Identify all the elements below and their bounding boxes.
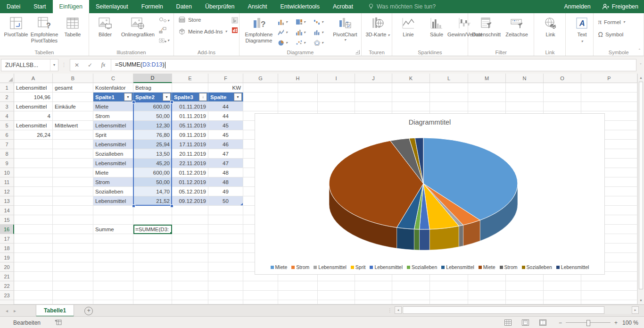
horizontal-scrollbar-thumb[interactable] xyxy=(403,306,604,314)
row-header-24[interactable] xyxy=(0,300,14,304)
onlinegrafiken-button[interactable]: Onlinegrafiken xyxy=(120,15,156,39)
store-button[interactable]: Store xyxy=(176,15,229,25)
cell-N2[interactable] xyxy=(506,93,544,102)
cell-M2[interactable] xyxy=(468,93,506,102)
cell-E1[interactable] xyxy=(172,83,208,93)
cell-C20[interactable] xyxy=(93,262,133,272)
tab-formeln[interactable]: Formeln xyxy=(135,0,170,13)
chart-title[interactable]: Diagrammtitel xyxy=(255,118,604,126)
sort-filter-button-spalte3[interactable]: ↓ xyxy=(199,93,207,101)
vertical-scrollbar-thumb[interactable] xyxy=(639,82,643,289)
cell-O22[interactable] xyxy=(544,281,581,291)
cell-I22[interactable] xyxy=(318,281,355,291)
tab-ansicht[interactable]: Ansicht xyxy=(241,0,274,13)
cell-E6[interactable]: 09.11.2019 xyxy=(172,130,208,140)
cell-A11[interactable] xyxy=(14,177,53,187)
row-header-11[interactable]: 11 xyxy=(0,177,14,187)
cell-C5[interactable]: Lebensmittel xyxy=(93,121,133,130)
column-header-K[interactable]: K xyxy=(392,74,430,83)
legend-item-6[interactable]: Lebensmittel xyxy=(441,264,474,270)
cell-C17[interactable] xyxy=(93,234,133,244)
legend-item-7[interactable]: Miete xyxy=(479,264,495,270)
zoom-slider-thumb[interactable] xyxy=(586,320,590,326)
cell-A15[interactable] xyxy=(14,215,53,225)
filter-button-spalte1[interactable]: ▾ xyxy=(124,93,132,101)
normal-view-button[interactable] xyxy=(504,320,512,326)
cell-C7[interactable]: Lebensmittel xyxy=(93,140,133,149)
cell-K23[interactable] xyxy=(392,291,430,300)
pivottable-button[interactable]: PivotTable xyxy=(2,15,30,39)
cell-F6[interactable]: 45 xyxy=(208,130,243,140)
cell-L23[interactable] xyxy=(430,291,468,300)
cell-F11[interactable]: 48 xyxy=(208,177,243,187)
cell-A23[interactable] xyxy=(14,291,53,300)
cell-F5[interactable]: 45 xyxy=(208,121,243,130)
insert-hierarchy-chart-button[interactable]: ▾ xyxy=(295,17,313,27)
page-layout-view-button[interactable] xyxy=(522,320,529,326)
cell-L2[interactable] xyxy=(430,93,468,102)
cell-D10[interactable]: 600,00 xyxy=(133,168,172,177)
pie-chart[interactable]: Diagrammtitel MieteStromLebensmittelSpri… xyxy=(255,113,605,275)
cell-E18[interactable] xyxy=(172,244,208,253)
insert-bar-chart-button[interactable]: ▾ xyxy=(295,27,313,37)
cell-A6[interactable]: 26,24 xyxy=(14,130,53,140)
cell-E15[interactable] xyxy=(172,215,208,225)
row-header-21[interactable]: 21 xyxy=(0,272,14,281)
cell-E7[interactable]: 17.11.2019 xyxy=(172,140,208,149)
cell-N22[interactable] xyxy=(506,281,544,291)
cell-D5[interactable]: 12,30 xyxy=(133,121,172,130)
link-button[interactable]: Link xyxy=(537,15,564,39)
cell-C22[interactable] xyxy=(93,281,133,291)
cell-F13[interactable]: 50 xyxy=(208,196,243,206)
cell-N23[interactable] xyxy=(506,291,544,300)
horizontal-scrollbar[interactable]: ⋮ ◂ ▸ xyxy=(388,306,639,314)
tab-einfuegen[interactable]: Einfügen xyxy=(53,0,89,13)
cell-J24[interactable] xyxy=(355,300,392,304)
cell-C11[interactable]: Strom xyxy=(93,177,133,187)
horizontal-scrollbar-track[interactable] xyxy=(402,306,632,314)
cell-E3[interactable]: 01.11.2019 xyxy=(172,102,208,111)
cell-A4[interactable]: 4 xyxy=(14,111,53,121)
cell-A20[interactable] xyxy=(14,262,53,272)
cell-O2[interactable] xyxy=(544,93,581,102)
sheet-prev-icon[interactable]: ◂ xyxy=(6,308,8,313)
cell-F7[interactable]: 46 xyxy=(208,140,243,149)
cell-B9[interactable] xyxy=(53,159,93,168)
cell-A1[interactable]: Lebensmittel xyxy=(14,83,53,93)
zoom-level[interactable]: 100 % xyxy=(621,320,638,326)
cell-F1[interactable]: KW xyxy=(208,83,243,93)
tell-me-search[interactable]: Was möchten Sie tun? xyxy=(368,0,436,13)
cell-G22[interactable] xyxy=(243,281,278,291)
cell-C16[interactable]: Summe xyxy=(93,225,133,234)
column-header-M[interactable]: M xyxy=(468,74,506,83)
cell-K24[interactable] xyxy=(392,300,430,304)
insert-radar-chart-button[interactable]: ▾ xyxy=(313,37,330,48)
cell-F16[interactable] xyxy=(208,225,243,234)
enter-formula-button[interactable]: ✓ xyxy=(83,62,97,68)
cell-N3[interactable] xyxy=(506,102,544,111)
cell-P1[interactable] xyxy=(581,83,637,93)
cell-F4[interactable]: 44 xyxy=(208,111,243,121)
cell-J22[interactable] xyxy=(355,281,392,291)
cell-C24[interactable] xyxy=(93,300,133,304)
cell-M3[interactable] xyxy=(468,102,506,111)
zeitachse-button[interactable]: Zeitachse xyxy=(503,15,530,39)
cell-B16[interactable] xyxy=(53,225,93,234)
filter-button-spalte2[interactable]: ▾ xyxy=(163,93,171,101)
cell-E17[interactable] xyxy=(172,234,208,244)
cell-C10[interactable]: Miete xyxy=(93,168,133,177)
zoom-slider[interactable] xyxy=(566,322,611,323)
column-header-O[interactable]: O xyxy=(544,74,581,83)
cell-B24[interactable] xyxy=(53,300,93,304)
column-header-B[interactable]: B xyxy=(53,74,93,83)
cell-C9[interactable]: Lebensmittel xyxy=(93,159,133,168)
cell-A10[interactable] xyxy=(14,168,53,177)
column-header-I[interactable]: I xyxy=(318,74,355,83)
row-header-3[interactable]: 3 xyxy=(0,102,14,111)
row-header-12[interactable]: 12 xyxy=(0,187,14,196)
column-header-N[interactable]: N xyxy=(506,74,544,83)
cell-A12[interactable] xyxy=(14,187,53,196)
row-header-6[interactable]: 6 xyxy=(0,130,14,140)
cell-G3[interactable] xyxy=(243,102,278,111)
row-header-17[interactable]: 17 xyxy=(0,234,14,244)
